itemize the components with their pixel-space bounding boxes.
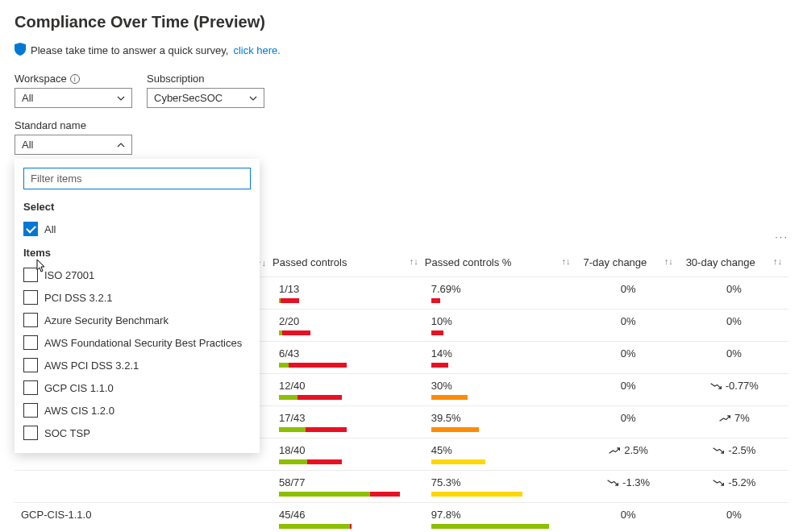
dropdown-item[interactable]: GCP CIS 1.1.0	[15, 376, 259, 399]
passed-bar	[279, 492, 400, 497]
subscription-select[interactable]: CyberSecSOC	[147, 88, 264, 108]
row-7day: 2.5%	[577, 438, 680, 471]
column-header-pct[interactable]: Passed controls %↑↓	[425, 251, 577, 277]
passed-bar	[279, 459, 400, 464]
survey-bar: Please take time to answer a quick surve…	[15, 43, 788, 58]
dropdown-select-label: Select	[15, 196, 259, 218]
page-title: Compliance Over Time (Preview)	[15, 13, 788, 31]
column-30day-label: 30-day change	[686, 256, 755, 268]
subscription-filter: Subscription CyberSecSOC	[147, 73, 264, 108]
chevron-down-icon	[249, 94, 257, 102]
sort-icon: ↑↓	[773, 256, 782, 266]
passed-bar	[279, 330, 400, 335]
row-pct: 7.69%	[425, 277, 577, 310]
pct-bar	[431, 395, 552, 400]
checkbox-checked-icon	[23, 222, 38, 236]
sort-icon: ↑↓	[410, 256, 418, 266]
dropdown-item-label: AWS Foundational Security Best Practices	[44, 337, 242, 349]
more-actions-button[interactable]: ···	[775, 231, 788, 243]
trend-down-icon	[606, 478, 619, 488]
checkbox-icon	[23, 358, 38, 372]
row-pct: 97.8%	[425, 503, 577, 533]
passed-bar	[279, 363, 400, 368]
trend-down-icon	[709, 381, 722, 391]
row-30day: 0%	[680, 342, 788, 374]
checkbox-icon	[23, 268, 38, 282]
row-passed: 17/43	[273, 406, 425, 438]
sort-icon: ↑↓	[562, 256, 571, 266]
checkbox-icon	[23, 426, 38, 440]
pct-bar	[431, 427, 552, 432]
passed-bar	[279, 427, 400, 432]
row-7day: -1.3%	[577, 471, 680, 503]
row-30day: 7%	[680, 406, 788, 438]
dropdown-item[interactable]: Azure Security Benchmark	[15, 309, 259, 331]
row-7day: 0%	[577, 310, 680, 342]
passed-bar	[279, 524, 400, 529]
row-passed: 58/77	[273, 471, 425, 503]
dropdown-filter-input[interactable]	[23, 168, 251, 189]
trend-up-icon	[718, 414, 731, 423]
pct-bar	[431, 459, 552, 464]
pct-bar	[431, 363, 552, 368]
subscription-label: Subscription	[147, 73, 264, 85]
trend-down-icon	[712, 478, 725, 488]
row-passed: 6/43	[273, 342, 425, 374]
workspace-select[interactable]: All	[15, 88, 132, 108]
workspace-label: Workspace i	[15, 73, 132, 85]
dropdown-all-item[interactable]: All	[15, 218, 259, 240]
dropdown-item-label: SOC TSP	[44, 427, 90, 439]
row-7day: 0%	[577, 374, 680, 406]
info-icon[interactable]: i	[70, 74, 80, 84]
standard-label: Standard name	[15, 119, 788, 131]
checkbox-icon	[23, 290, 38, 305]
row-passed: 45/46	[273, 503, 425, 533]
row-30day: 0%	[680, 310, 788, 342]
checkbox-icon	[23, 335, 38, 350]
dropdown-item[interactable]: AWS Foundational Security Best Practices	[15, 331, 259, 354]
row-pct: 30%	[425, 374, 577, 406]
passed-bar	[279, 298, 400, 303]
row-pct: 45%	[425, 438, 577, 471]
row-pct: 75.3%	[425, 471, 577, 503]
checkbox-icon	[23, 313, 38, 327]
dropdown-item[interactable]: AWS CIS 1.2.0	[15, 399, 259, 422]
column-passed-label: Passed controls	[273, 256, 347, 268]
survey-text: Please take time to answer a quick surve…	[31, 44, 228, 56]
column-header-passed[interactable]: Passed controls↑↓	[273, 251, 425, 277]
workspace-label-text: Workspace	[15, 73, 67, 85]
dropdown-item[interactable]: PCI DSS 3.2.1	[15, 286, 259, 309]
dropdown-item[interactable]: ISO 27001	[15, 264, 259, 286]
column-header-30day[interactable]: 30-day change↑↓	[680, 251, 788, 277]
row-30day: -2.5%	[680, 438, 788, 471]
row-passed: 2/20	[273, 310, 425, 342]
row-7day: 0%	[577, 406, 680, 438]
sort-icon: ↑↓	[664, 256, 673, 266]
dropdown-all-label: All	[44, 223, 56, 235]
column-header-7day[interactable]: 7-day change↑↓	[577, 251, 680, 277]
dropdown-item[interactable]: AWS PCI DSS 3.2.1	[15, 354, 259, 376]
dropdown-item[interactable]: SOC TSP	[15, 422, 259, 444]
row-7day: 0%	[577, 277, 680, 310]
trend-down-icon	[712, 446, 725, 455]
table-row[interactable]: GCP-CIS-1.1.045/4697.8%0%0%	[15, 503, 788, 533]
table-row[interactable]: 58/7775.3%-1.3%-5.2%	[15, 471, 788, 503]
pct-bar	[431, 298, 552, 303]
standard-filter: Standard name All Select All Items ISO 2…	[15, 119, 788, 155]
dropdown-item-label: ISO 27001	[44, 269, 94, 281]
row-7day: 0%	[577, 342, 680, 374]
row-pct: 14%	[425, 342, 577, 374]
row-30day: -5.2%	[680, 471, 788, 503]
pct-bar	[431, 492, 552, 497]
dropdown-item-label: AWS CIS 1.2.0	[44, 405, 114, 417]
dropdown-items-label: Items	[15, 240, 259, 264]
survey-link[interactable]: click here.	[233, 44, 281, 56]
dropdown-item-label: PCI DSS 3.2.1	[44, 292, 113, 304]
standard-select[interactable]: All	[15, 135, 132, 155]
checkbox-icon	[23, 403, 38, 418]
dropdown-item-label: GCP CIS 1.1.0	[44, 382, 114, 394]
trend-up-icon	[608, 446, 621, 455]
row-name	[15, 471, 273, 503]
pct-bar	[431, 330, 552, 335]
pct-bar	[431, 524, 552, 529]
